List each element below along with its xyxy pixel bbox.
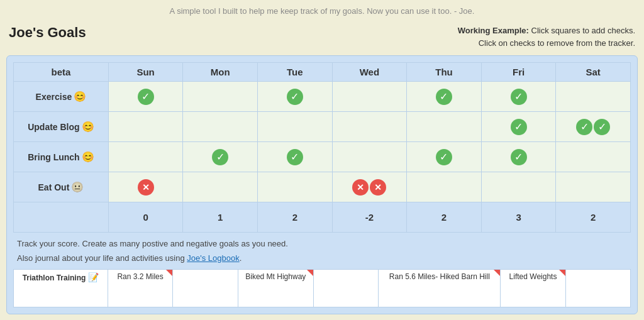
edit-icon[interactable]: 📝 — [88, 272, 99, 282]
goal-1-day-1[interactable] — [183, 112, 258, 142]
logbook-section: Also journal about your life and activit… — [13, 251, 631, 265]
goal-1-day-4[interactable] — [407, 112, 482, 142]
triathlon-table: Triathlon Training📝Ran 3.2 MilesBiked Mt… — [13, 269, 631, 307]
goals-table: beta Sun Mon Tue Wed Thu Fri Sat Exercis… — [13, 62, 631, 233]
goal-label-2: Bring Lunch😊 — [14, 142, 109, 172]
triathlon-day-2[interactable]: Biked Mt Highway — [238, 270, 314, 307]
goal-2-day-2[interactable]: ✓ — [258, 142, 333, 172]
check-icon[interactable]: ✓ — [576, 119, 592, 135]
day-mon: Mon — [183, 63, 258, 82]
score-day-6: 2 — [556, 202, 631, 233]
goal-0-day-2[interactable]: ✓ — [258, 82, 333, 112]
check-icon[interactable]: ✓ — [436, 149, 452, 165]
score-day-5: 3 — [481, 202, 556, 233]
goal-label-3: Eat Out😐 — [14, 172, 109, 202]
red-corner-icon — [307, 270, 313, 276]
working-example: Working Example: Click squares to add ch… — [458, 25, 635, 49]
triathlon-label: Triathlon Training📝 — [14, 270, 108, 307]
triathlon-day-5[interactable]: Lifted Weights — [501, 270, 565, 307]
goal-1-day-2[interactable] — [258, 112, 333, 142]
goal-1-day-5[interactable]: ✓ — [481, 112, 556, 142]
score-day-0: 0 — [108, 202, 183, 233]
goal-2-day-5[interactable]: ✓ — [481, 142, 556, 172]
score-text: Track your score. Create as many postive… — [13, 236, 631, 251]
day-sun: Sun — [108, 63, 183, 82]
x-icon[interactable]: ✕ — [370, 179, 386, 196]
score-label — [14, 202, 109, 233]
goal-1-day-3[interactable] — [332, 112, 407, 142]
goal-2-day-3[interactable] — [332, 142, 407, 172]
score-day-2: 2 — [258, 202, 333, 233]
triathlon-day-3[interactable] — [314, 270, 379, 307]
red-corner-icon — [494, 270, 500, 276]
day-sat: Sat — [556, 63, 631, 82]
goal-3-day-5[interactable] — [481, 172, 556, 202]
check-icon[interactable]: ✓ — [594, 119, 610, 135]
beta-label: beta — [14, 63, 109, 82]
goal-2-day-6[interactable] — [556, 142, 631, 172]
goal-3-day-4[interactable] — [407, 172, 482, 202]
goal-1-day-6[interactable]: ✓✓ — [556, 112, 631, 142]
goal-3-day-3[interactable]: ✕✕ — [332, 172, 407, 202]
score-day-1: 1 — [183, 202, 258, 233]
goal-label-0: Exercise😊 — [14, 82, 109, 112]
goal-3-day-1[interactable] — [183, 172, 258, 202]
goal-1-day-0[interactable] — [108, 112, 183, 142]
triathlon-entry: Ran 3.2 Miles — [117, 272, 163, 281]
triathlon-entry: Biked Mt Highway — [245, 272, 306, 281]
x-icon[interactable]: ✕ — [352, 179, 369, 196]
day-thu: Thu — [407, 63, 482, 82]
goal-0-day-0[interactable]: ✓ — [108, 82, 183, 112]
triathlon-entry: Ran 5.6 Miles- Hiked Barn Hill — [389, 272, 490, 281]
tagline: A simple tool I built to help me keep tr… — [6, 6, 638, 16]
red-corner-icon — [166, 270, 172, 276]
goal-0-day-5[interactable]: ✓ — [481, 82, 556, 112]
triathlon-day-6[interactable] — [565, 270, 630, 307]
day-wed: Wed — [332, 63, 407, 82]
triathlon-day-4[interactable]: Ran 5.6 Miles- Hiked Barn Hill — [379, 270, 501, 307]
goal-3-day-0[interactable]: ✕ — [108, 172, 183, 202]
check-icon[interactable]: ✓ — [138, 89, 154, 105]
score-day-4: 2 — [407, 202, 482, 233]
check-icon[interactable]: ✓ — [287, 89, 303, 105]
triathlon-day-1[interactable] — [173, 270, 238, 307]
goal-label-1: Update Blog😊 — [14, 112, 109, 142]
goal-0-day-3[interactable] — [332, 82, 407, 112]
goal-3-day-6[interactable] — [556, 172, 631, 202]
main-container: beta Sun Mon Tue Wed Thu Fri Sat Exercis… — [6, 55, 638, 314]
goal-2-day-1[interactable]: ✓ — [183, 142, 258, 172]
check-icon[interactable]: ✓ — [212, 149, 228, 165]
triathlon-entry: Lifted Weights — [509, 272, 557, 281]
day-fri: Fri — [481, 63, 556, 82]
x-icon[interactable]: ✕ — [138, 179, 154, 196]
check-icon[interactable]: ✓ — [511, 149, 527, 165]
check-icon[interactable]: ✓ — [287, 149, 303, 165]
check-icon[interactable]: ✓ — [511, 89, 527, 105]
triathlon-day-0[interactable]: Ran 3.2 Miles — [108, 270, 172, 307]
page-title: Joe's Goals — [9, 25, 86, 41]
goal-0-day-6[interactable] — [556, 82, 631, 112]
red-corner-icon — [559, 270, 565, 276]
check-icon[interactable]: ✓ — [511, 119, 527, 135]
goal-2-day-0[interactable] — [108, 142, 183, 172]
goal-2-day-4[interactable]: ✓ — [407, 142, 482, 172]
goal-3-day-2[interactable] — [258, 172, 333, 202]
logbook-link[interactable]: Joe's Logbook — [187, 253, 239, 263]
check-icon[interactable]: ✓ — [436, 89, 452, 105]
goal-0-day-1[interactable] — [183, 82, 258, 112]
day-tue: Tue — [258, 63, 333, 82]
score-day-3: -2 — [332, 202, 407, 233]
goal-0-day-4[interactable]: ✓ — [407, 82, 482, 112]
